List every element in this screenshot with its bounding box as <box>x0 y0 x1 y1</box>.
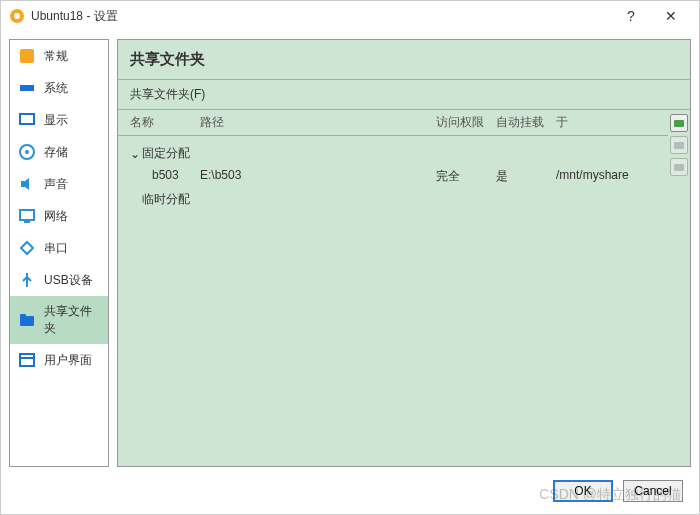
svg-marker-7 <box>21 178 29 190</box>
sidebar-item-label: 显示 <box>44 112 68 129</box>
cell-at: /mnt/myshare <box>556 168 656 185</box>
svg-point-6 <box>25 150 29 154</box>
col-at[interactable]: 于 <box>556 114 656 131</box>
group-temp[interactable]: 临时分配 <box>130 188 656 211</box>
cell-path: E:\b503 <box>200 168 436 185</box>
svg-text:+: + <box>682 117 685 125</box>
close-button[interactable]: ✕ <box>651 8 691 24</box>
table-header: 名称 路径 访问权限 自动挂载 于 <box>118 110 668 136</box>
audio-icon <box>18 175 36 193</box>
edit-folder-button[interactable] <box>670 136 688 154</box>
ok-button[interactable]: OK <box>553 480 613 502</box>
titlebar: Ubuntu18 - 设置 ? ✕ <box>1 1 699 31</box>
group-temp-label: 临时分配 <box>142 191 190 208</box>
cell-name: b503 <box>152 168 200 185</box>
main-area: 常规系统显示存储声音网络串口USB设备共享文件夹用户界面 共享文件夹 共享文件夹… <box>1 31 699 475</box>
svg-rect-8 <box>20 210 34 220</box>
sidebar-item-5[interactable]: 网络 <box>10 200 108 232</box>
table-row[interactable]: b503 E:\b503 完全 是 /mnt/myshare <box>130 165 656 188</box>
sidebar-item-1[interactable]: 系统 <box>10 72 108 104</box>
svg-rect-9 <box>24 221 30 223</box>
storage-icon <box>18 143 36 161</box>
shared-folders-panel: 共享文件夹 共享文件夹(F) 名称 路径 访问权限 自动挂载 于 ⌄ 固定分配 <box>117 39 691 467</box>
dialog-footer: OK Cancel <box>1 475 699 507</box>
cell-perm: 完全 <box>436 168 496 185</box>
svg-rect-11 <box>20 314 26 318</box>
settings-sidebar: 常规系统显示存储声音网络串口USB设备共享文件夹用户界面 <box>9 39 109 467</box>
col-perm[interactable]: 访问权限 <box>436 114 496 131</box>
svg-rect-17 <box>674 164 684 171</box>
add-folder-button[interactable]: + <box>670 114 688 132</box>
display-icon <box>18 111 36 129</box>
sidebar-item-label: 系统 <box>44 80 68 97</box>
svg-rect-16 <box>674 142 684 149</box>
folders-table-wrap: 名称 路径 访问权限 自动挂载 于 ⌄ 固定分配 b503 E:\b503 完全 <box>118 110 690 466</box>
serial-icon <box>18 239 36 257</box>
ui-icon <box>18 351 36 369</box>
network-icon <box>18 207 36 225</box>
sidebar-item-3[interactable]: 存储 <box>10 136 108 168</box>
sidebar-item-label: 存储 <box>44 144 68 161</box>
sidebar-item-label: 常规 <box>44 48 68 65</box>
col-name[interactable]: 名称 <box>130 114 200 131</box>
col-auto[interactable]: 自动挂载 <box>496 114 556 131</box>
usb-icon <box>18 271 36 289</box>
svg-rect-2 <box>20 49 34 63</box>
table-tools: + <box>668 110 690 466</box>
folders-table: 名称 路径 访问权限 自动挂载 于 ⌄ 固定分配 b503 E:\b503 完全 <box>118 110 668 466</box>
svg-rect-12 <box>20 354 34 366</box>
svg-rect-3 <box>20 85 34 91</box>
sidebar-item-6[interactable]: 串口 <box>10 232 108 264</box>
app-icon <box>9 8 25 24</box>
panel-title: 共享文件夹 <box>118 40 690 80</box>
remove-folder-button[interactable] <box>670 158 688 176</box>
col-path[interactable]: 路径 <box>200 114 436 131</box>
group-fixed-label: 固定分配 <box>142 145 190 162</box>
sidebar-item-label: 声音 <box>44 176 68 193</box>
group-fixed[interactable]: ⌄ 固定分配 <box>130 142 656 165</box>
help-button[interactable]: ? <box>611 8 651 24</box>
sidebar-item-4[interactable]: 声音 <box>10 168 108 200</box>
sidebar-item-2[interactable]: 显示 <box>10 104 108 136</box>
sidebar-item-label: 串口 <box>44 240 68 257</box>
sidebar-item-label: 用户界面 <box>44 352 92 369</box>
general-icon <box>18 47 36 65</box>
window-title: Ubuntu18 - 设置 <box>31 8 611 25</box>
table-body: ⌄ 固定分配 b503 E:\b503 完全 是 /mnt/myshare 临时… <box>118 136 668 217</box>
sidebar-item-8[interactable]: 共享文件夹 <box>10 296 108 344</box>
system-icon <box>18 79 36 97</box>
sidebar-item-0[interactable]: 常规 <box>10 40 108 72</box>
sidebar-item-9[interactable]: 用户界面 <box>10 344 108 376</box>
sidebar-item-7[interactable]: USB设备 <box>10 264 108 296</box>
cell-auto: 是 <box>496 168 556 185</box>
svg-point-1 <box>14 13 20 19</box>
sidebar-item-label: 网络 <box>44 208 68 225</box>
sidebar-item-label: USB设备 <box>44 272 93 289</box>
svg-rect-4 <box>20 114 34 124</box>
chevron-down-icon: ⌄ <box>130 147 138 161</box>
cancel-button[interactable]: Cancel <box>623 480 683 502</box>
section-label: 共享文件夹(F) <box>118 80 690 110</box>
sidebar-item-label: 共享文件夹 <box>44 303 100 337</box>
folder-icon <box>18 311 36 329</box>
